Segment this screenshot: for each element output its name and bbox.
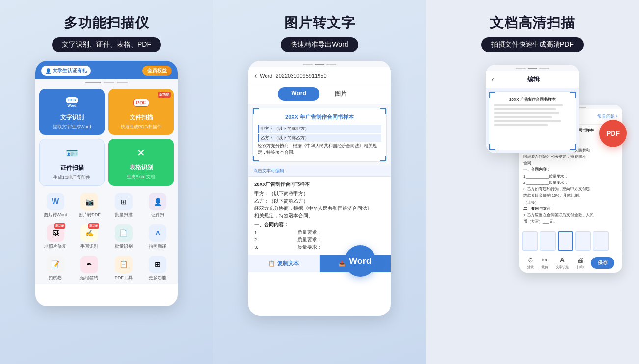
thumb-4[interactable] bbox=[575, 231, 591, 251]
icon-handwrite[interactable]: ✍ 新功能 手写识别 bbox=[74, 224, 106, 250]
status-dot bbox=[117, 82, 128, 83]
sub-line-9: 3. 乙方如有违约行为，应向甲方支付违 bbox=[523, 186, 618, 192]
sub-thumbnails bbox=[519, 229, 622, 253]
phone1-wrapper: 👤 大学生认证有礼 会员权益 OCR Word bbox=[10, 61, 203, 306]
bottom-icons-row3: 📝 拍试卷 ✒ 远程签约 📋 PDF工具 bbox=[35, 253, 178, 284]
word-label: 图片转Word bbox=[44, 212, 67, 218]
copy-btn[interactable]: 📋 复制文本 bbox=[248, 255, 320, 272]
back-icon[interactable]: ‹ bbox=[492, 76, 494, 83]
bottom-icons-row2: 🖼 新功能 老照片修复 ✍ 新功能 手写识别 📄 批量识别 bbox=[35, 221, 178, 253]
thumb-3[interactable] bbox=[558, 231, 573, 251]
hot-badge2: 新功能 bbox=[88, 223, 99, 229]
sub-line-5: 合同。 bbox=[523, 160, 618, 166]
scan-l3 bbox=[494, 112, 559, 114]
handwrite-icon-circle: ✍ 新功能 bbox=[80, 224, 98, 242]
sub-line-12: 二、费用与支付 bbox=[523, 206, 618, 211]
content-line-7: 2. 质量要求： bbox=[254, 236, 385, 243]
sub-line-13: 1. 乙方应当在合同签订后支付金款。人民 bbox=[523, 212, 618, 218]
status-dots bbox=[248, 61, 391, 67]
phone3-title: 编辑 bbox=[527, 75, 540, 84]
editable-content[interactable]: 20XX广告制作合同书样本 甲方：（以下简称甲方） 乙方：（以下简称乙方） 经双… bbox=[248, 177, 391, 255]
sub-line-11: （上接） bbox=[523, 200, 618, 205]
ocr-title: 文字识别 bbox=[60, 113, 84, 122]
pdftool-icon-circle: 📋 bbox=[115, 256, 133, 273]
icon-sign[interactable]: ✒ 远程签约 bbox=[74, 256, 106, 281]
tab-word[interactable]: Word bbox=[278, 87, 320, 101]
id-icon: 🪪 bbox=[63, 144, 81, 162]
copy-icon: 📋 bbox=[268, 260, 275, 267]
sub-line-8: 2.___________质量要求； bbox=[523, 180, 618, 185]
word-icon-circle: W bbox=[47, 193, 64, 210]
user-icon: 👤 bbox=[45, 68, 51, 74]
panel3-subtitle: 拍摄文件快速生成高清PDF bbox=[481, 37, 584, 52]
phone1-mockup: 👤 大学生认证有礼 会员权益 OCR Word bbox=[35, 61, 178, 306]
icon-batch[interactable]: ⊞ 批量扫描 bbox=[107, 193, 140, 218]
sign-label: 远程签约 bbox=[80, 275, 98, 281]
vip-badge: 会员权益 bbox=[142, 66, 172, 76]
content-line-2: 乙方：（以下简称乙方） bbox=[254, 197, 385, 205]
id-btn[interactable]: 🪪 证件扫描 生成1:1电子复印件 bbox=[39, 139, 105, 186]
sub-bottom-bar: ⊙ 滤镜 ✂ 裁剪 A 文字识别 🖨 打印 保存 bbox=[519, 253, 622, 273]
icon-pdf[interactable]: 📷 图片转PDF bbox=[74, 193, 106, 218]
scan-area: 20XX 广告制作合同书样本 bbox=[486, 88, 579, 153]
corner-br bbox=[380, 156, 386, 161]
scan-l1 bbox=[494, 104, 563, 106]
save-button[interactable]: 保存 bbox=[591, 257, 614, 269]
content-line-0: 20XX广告制作合同书样本 bbox=[254, 181, 385, 188]
panel-scanner: 多功能扫描仪 文字识别、证件、表格、PDF 👤 大学生认证有礼 会员权益 bbox=[0, 0, 213, 364]
table-sub: 生成Excel文档 bbox=[127, 174, 155, 180]
doc-line-1: 甲方：（以下简称甲方） bbox=[258, 125, 381, 133]
ocr-label-sub: 文字识别 bbox=[556, 265, 569, 270]
dot2 bbox=[315, 64, 324, 65]
scan-icon: PDF bbox=[133, 94, 150, 111]
ocr-sub: 提取文字/生成Word bbox=[53, 124, 91, 130]
more-label: 更多功能 bbox=[149, 275, 166, 281]
content-line-5: 一、合同内容： bbox=[254, 221, 385, 228]
scan-l5 bbox=[494, 120, 561, 122]
icon-word[interactable]: W 图片转Word bbox=[39, 193, 72, 218]
thumb-2[interactable] bbox=[540, 231, 556, 251]
translate-icon-circle: A bbox=[149, 224, 166, 242]
tab-bar: Word 图片 bbox=[248, 84, 391, 104]
icon-batch2[interactable]: 📄 批量识别 bbox=[107, 224, 140, 250]
batch-label: 批量扫描 bbox=[115, 212, 133, 218]
back-arrow-icon[interactable]: ‹ bbox=[254, 71, 257, 80]
panel-image-to-word: 图片转文字 快速精准导出Word ‹ Word_2022031009591195… bbox=[213, 0, 426, 364]
scan-doc: 20XX 广告制作合同书样本 bbox=[489, 91, 576, 150]
ocr-btn-sub[interactable]: A 文字识别 bbox=[556, 256, 569, 270]
sub-line-7: 1.___________质量要求； bbox=[523, 174, 618, 179]
phone3-status bbox=[486, 65, 579, 71]
filter-btn[interactable]: ⊙ 滤镜 bbox=[527, 256, 534, 270]
panel3-title: 文档高清扫描 bbox=[490, 14, 575, 32]
icon-photo[interactable]: 🖼 新功能 老照片修复 bbox=[39, 224, 72, 250]
filter-label: 滤镜 bbox=[527, 265, 534, 270]
new-badge: 新功能 bbox=[158, 92, 171, 98]
doc-title: 20XX 年广告制作合同书样本 bbox=[258, 113, 381, 121]
grid-buttons: OCR Word 文字识别 提取文字/生成Word PDF 文件扫描 bbox=[35, 85, 178, 190]
corner-tl-p3 bbox=[489, 92, 495, 98]
doc-line-2: 乙方：（以下简称乙方） bbox=[258, 134, 381, 142]
main-phone3: ‹ 编辑 20XX 广告制作合同书样本 bbox=[486, 65, 579, 153]
sub-line-4: 国经济合同法》相关规定，特签署本 bbox=[523, 154, 618, 159]
thumb-1[interactable] bbox=[522, 231, 538, 251]
icon-exam[interactable]: 📝 拍试卷 bbox=[39, 256, 72, 281]
batch2-icon-circle: 📄 bbox=[115, 224, 133, 242]
corner-tr-p3 bbox=[570, 92, 576, 98]
thumb-5[interactable] bbox=[593, 231, 609, 251]
bottom-icons-row1: W 图片转Word 📷 图片转PDF ⊞ 批量扫描 bbox=[35, 190, 178, 221]
crop-btn[interactable]: ✂ 裁剪 bbox=[541, 256, 548, 270]
print-btn[interactable]: 🖨 打印 bbox=[577, 256, 584, 270]
icon-more[interactable]: ⊞ 更多功能 bbox=[142, 256, 174, 281]
pdftool-label: PDF工具 bbox=[115, 275, 133, 281]
edit-banner: 点击文本可编辑 bbox=[248, 166, 391, 177]
icon-pdftool[interactable]: 📋 PDF工具 bbox=[107, 256, 140, 281]
corner-bl-p3 bbox=[489, 144, 495, 150]
table-btn[interactable]: ✕ 表格识别 生成Excel文档 bbox=[108, 139, 174, 186]
scan-l2 bbox=[494, 108, 556, 110]
icon-id[interactable]: 👤 证件扫 bbox=[142, 193, 174, 218]
icon-translate[interactable]: A 拍照翻译 bbox=[142, 224, 174, 250]
scan-btn[interactable]: PDF 文件扫描 快速生成PDF/扫描件 新功能 bbox=[108, 89, 174, 135]
ocr-btn[interactable]: OCR Word 文字识别 提取文字/生成Word bbox=[39, 89, 105, 135]
id-sub: 生成1:1电子复印件 bbox=[53, 174, 91, 181]
tab-image[interactable]: 图片 bbox=[320, 87, 361, 101]
